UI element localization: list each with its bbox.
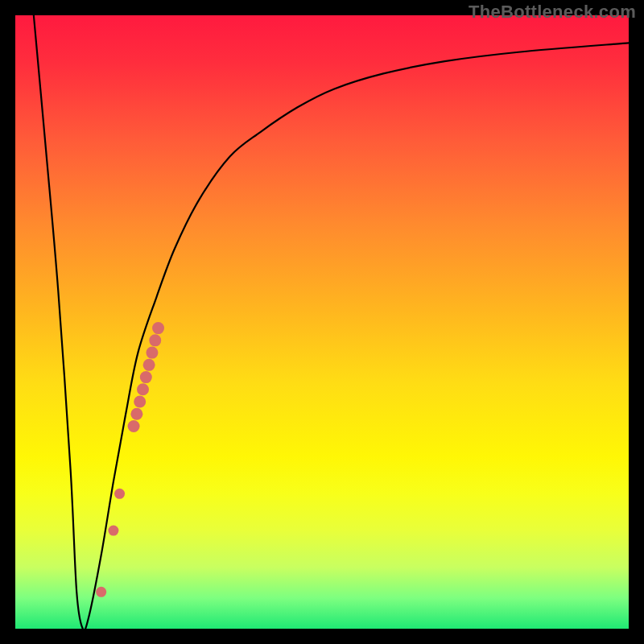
curve-dot [146, 347, 158, 359]
bottleneck-curve [34, 15, 629, 630]
curve-dot [130, 408, 142, 420]
curve-dot [152, 322, 164, 334]
curve-dot [143, 359, 155, 371]
chart-frame: TheBottleneck.com [0, 0, 644, 644]
curve-dot [96, 587, 106, 597]
curve-dot [137, 383, 149, 395]
watermark-text: TheBottleneck.com [469, 2, 636, 23]
curve-dot [128, 420, 140, 432]
curve-dot [140, 371, 152, 383]
curve-dot [114, 489, 125, 499]
curve-dot [108, 526, 118, 536]
curve-dot [149, 334, 161, 346]
curve-dot [134, 396, 146, 408]
chart-svg [15, 15, 629, 629]
curve-dot-markers [96, 322, 164, 597]
